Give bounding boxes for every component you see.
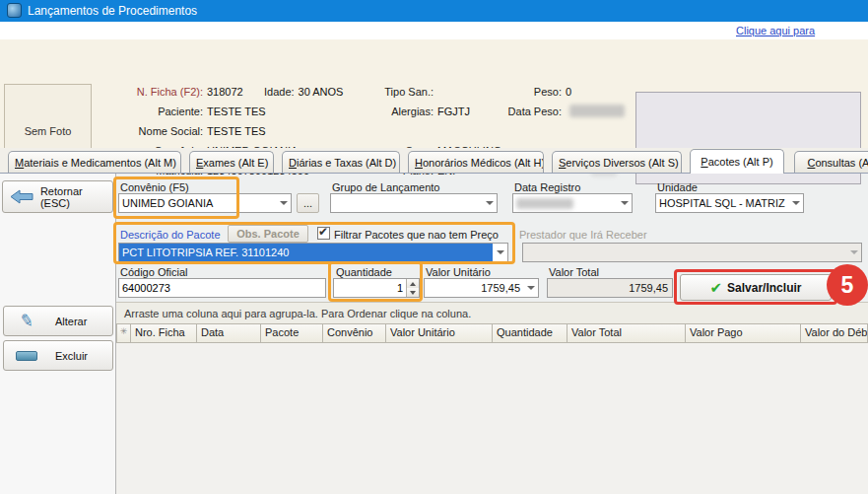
filtrar-pacotes-checkbox[interactable]: ✔ bbox=[317, 227, 330, 240]
unidade-combo[interactable]: HOSPITAL SQL - MATRIZ bbox=[655, 193, 804, 213]
column-header-convenio[interactable]: Convênio bbox=[323, 323, 386, 343]
chevron-down-icon[interactable] bbox=[482, 194, 497, 212]
alergias-value: FGJTJ bbox=[437, 106, 470, 117]
chevron-down-icon[interactable] bbox=[493, 244, 507, 261]
app-icon bbox=[7, 3, 22, 18]
prestador-combo[interactable] bbox=[522, 243, 862, 262]
window-title: Lançamentos de Procedimentos bbox=[28, 4, 197, 18]
column-header-nro-ficha[interactable]: Nro. Ficha bbox=[131, 323, 197, 343]
grid-header-row: ✳ Nro. Ficha Data Pacote Convênio Valor … bbox=[116, 323, 868, 343]
valor-unitario-label: Valor Unitário bbox=[426, 266, 491, 278]
column-header-valor-unitario[interactable]: Valor Unitário bbox=[386, 323, 493, 343]
filtrar-pacotes-label[interactable]: Filtrar Pacotes que nao tem Preço bbox=[334, 229, 499, 241]
grid-body-empty bbox=[116, 343, 868, 494]
field-data-peso: Data Peso: bbox=[497, 106, 566, 117]
valor-unitario-combo[interactable]: 1759,45 bbox=[424, 278, 539, 298]
convenio-combo[interactable]: UNIMED GOIANIA bbox=[118, 193, 292, 213]
column-header-valor-pago[interactable]: Valor Pago bbox=[686, 323, 801, 343]
data-registro-combo[interactable] bbox=[512, 193, 633, 213]
tab-label: Consultas (Alt C) bbox=[801, 157, 868, 169]
eraser-icon bbox=[12, 351, 41, 361]
tab-pacotes[interactable]: Pacotes (Alt P) bbox=[690, 149, 784, 174]
valor-total-field: 1759,45 bbox=[547, 278, 673, 298]
quantidade-input[interactable] bbox=[334, 279, 406, 297]
column-header-pacote[interactable]: Pacote bbox=[261, 323, 323, 343]
field-nome-social: Nome Social:TESTE TES bbox=[57, 125, 266, 137]
excluir-label: Excluir bbox=[55, 350, 88, 362]
valor-total-label: Valor Total bbox=[549, 266, 599, 278]
retornar-label: Retornar (ESC) bbox=[40, 185, 112, 209]
retornar-button[interactable]: Retornar (ESC) bbox=[2, 180, 113, 213]
clique-aqui-link[interactable]: Clique aqui para bbox=[736, 25, 815, 36]
grid-selector-icon[interactable]: ✳ bbox=[116, 323, 131, 343]
codigo-oficial-label: Código Oficial bbox=[120, 266, 187, 278]
field-alergias: Alergias:FGJTJ bbox=[327, 106, 470, 117]
tab-consultas[interactable]: Consultas (Alt C) bbox=[794, 151, 868, 173]
tab-label: Serviços Diversos (Alt S) bbox=[553, 157, 681, 169]
convenio-f5-label: Convênio (F5) bbox=[120, 181, 189, 193]
grupo-combo-value bbox=[331, 194, 482, 212]
chevron-down-icon[interactable] bbox=[276, 194, 291, 212]
unidade-label: Unidade bbox=[657, 181, 698, 193]
grupo-lancamento-combo[interactable] bbox=[330, 193, 498, 213]
step-badge: 5 bbox=[827, 264, 868, 306]
spin-down-icon[interactable] bbox=[407, 288, 419, 297]
field-ficha: N. Ficha (F2):318072 bbox=[57, 86, 243, 98]
column-header-valor-total[interactable]: Valor Total bbox=[568, 323, 686, 343]
tab-exames[interactable]: Exames (Alt E) bbox=[189, 151, 274, 173]
patient-header-panel: Sem Foto N. Ficha (F2):318072 Paciente:T… bbox=[0, 39, 868, 148]
data-peso-redacted-value bbox=[569, 105, 625, 117]
check-icon: ✔ bbox=[710, 279, 723, 297]
grid-group-by-area[interactable]: Arraste uma coluna aqui para agrupa-la. … bbox=[116, 302, 868, 323]
column-header-data[interactable]: Data bbox=[197, 323, 261, 343]
valor-unitario-value: 1759,45 bbox=[425, 279, 523, 297]
peso-value: 0 bbox=[566, 86, 571, 98]
convenio-combo-value: UNIMED GOIANIA bbox=[119, 194, 276, 212]
chevron-down-icon[interactable] bbox=[617, 194, 632, 212]
tab-honorarios-medicos[interactable]: Honorários Médicos (Alt H) bbox=[408, 151, 544, 173]
chevron-down-icon[interactable] bbox=[788, 194, 803, 212]
chevron-down-icon bbox=[846, 244, 861, 261]
nome-social-value: TESTE TES bbox=[207, 125, 266, 137]
grupo-lancamento-label: Grupo de Lançamento bbox=[332, 181, 439, 193]
codigo-oficial-input[interactable] bbox=[118, 278, 326, 298]
convenio-browse-button[interactable]: ... bbox=[297, 193, 319, 213]
descricao-pacote-label: Descrição do Pacote bbox=[120, 229, 221, 241]
salvar-incluir-label: Salvar/Incluir bbox=[727, 281, 801, 295]
alterar-label: Alterar bbox=[55, 316, 87, 327]
column-header-quantidade[interactable]: Quantidade bbox=[493, 323, 568, 343]
pacote-combo[interactable]: PCT LITOTRIPSIA REF. 31101240 bbox=[118, 243, 508, 262]
ficha-label: N. Ficha (F2): bbox=[57, 86, 203, 98]
salvar-incluir-button[interactable]: ✔ Salvar/Incluir bbox=[680, 274, 832, 301]
data-registro-redacted bbox=[513, 194, 617, 212]
tab-label: Diárias e Taxas (Alt D) bbox=[283, 157, 399, 169]
tab-label: Honorários Médicos (Alt H) bbox=[409, 157, 543, 169]
chevron-down-icon[interactable] bbox=[523, 279, 538, 297]
peso-label: Peso: bbox=[497, 86, 562, 98]
tab-materiais-medicamentos[interactable]: Materiais e Medicamentos (Alt M) bbox=[8, 151, 181, 173]
idade-label: Idade: bbox=[264, 86, 295, 98]
title-bar: Lançamentos de Procedimentos bbox=[0, 0, 868, 22]
quantidade-stepper[interactable] bbox=[333, 278, 420, 298]
quantidade-label: Quantidade bbox=[336, 266, 392, 278]
paciente-value: TESTE TES bbox=[207, 106, 266, 117]
tab-label: Materiais e Medicamentos (Alt M) bbox=[9, 157, 180, 169]
pencil-icon: ✎ bbox=[12, 311, 41, 331]
spin-up-icon[interactable] bbox=[407, 279, 419, 288]
nome-social-label: Nome Social: bbox=[57, 125, 203, 137]
field-paciente: Paciente:TESTE TES bbox=[57, 106, 266, 117]
checkbox-check-icon: ✔ bbox=[318, 225, 328, 239]
obs-pacote-button[interactable]: Obs. Pacote bbox=[228, 225, 308, 243]
back-arrow-icon bbox=[8, 189, 36, 204]
field-tipo-san: Tipo San.: bbox=[327, 86, 437, 98]
ficha-value: 318072 bbox=[207, 86, 243, 98]
prestador-combo-value bbox=[523, 244, 846, 261]
field-peso: Peso:0 bbox=[497, 86, 571, 98]
tab-diarias-taxas[interactable]: Diárias e Taxas (Alt D) bbox=[282, 151, 400, 173]
data-registro-label: Data Registro bbox=[514, 181, 580, 193]
alterar-button[interactable]: ✎ Alterar bbox=[3, 306, 113, 336]
excluir-button[interactable]: Excluir bbox=[3, 340, 113, 371]
column-header-valor-debito[interactable]: Valor do Débito bbox=[801, 323, 868, 343]
tab-servicos-diversos[interactable]: Serviços Diversos (Alt S) bbox=[552, 151, 682, 173]
unidade-combo-value: HOSPITAL SQL - MATRIZ bbox=[656, 194, 788, 212]
